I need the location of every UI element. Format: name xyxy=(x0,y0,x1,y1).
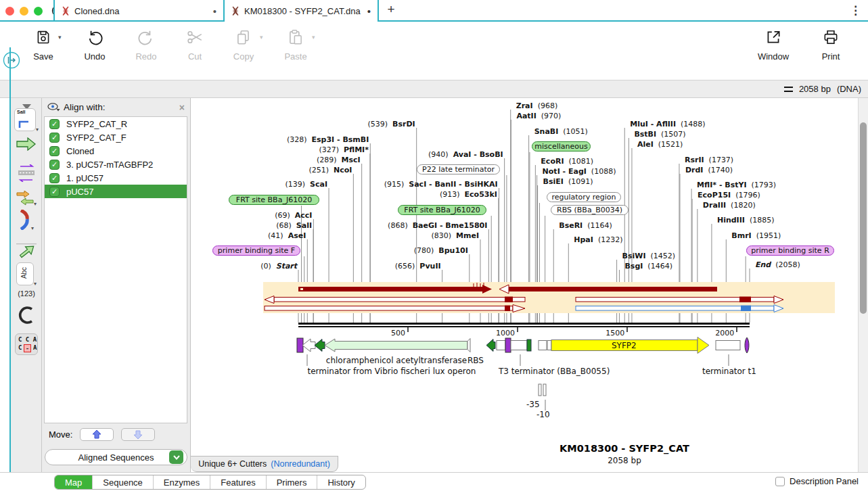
enzyme-label[interactable]: (69) AccI xyxy=(275,211,312,220)
feature-box[interactable] xyxy=(497,341,505,350)
view-tab-enzymes[interactable]: Enzymes xyxy=(154,475,210,489)
save-menu-caret[interactable]: ▾ xyxy=(58,34,62,41)
aligned-sequence-row[interactable]: ✓SYFP2_CAT_R xyxy=(45,117,187,131)
feature-label-cat[interactable]: chloramphenicol acetyltransferase xyxy=(326,356,467,365)
print-button[interactable]: Print xyxy=(805,28,856,62)
close-icon[interactable]: × xyxy=(179,102,185,113)
checkbox-checked[interactable]: ✓ xyxy=(49,133,60,143)
aligned-sequences-dropdown-caret[interactable] xyxy=(169,450,183,464)
enzyme-label[interactable]: (68) SalI xyxy=(276,221,312,230)
redo-button[interactable]: Redo xyxy=(120,28,172,62)
enzyme-label[interactable]: NotI - EagI (1088) xyxy=(543,167,616,176)
translation-tool-button[interactable]: ▾ xyxy=(11,210,42,233)
feature-badge[interactable]: miscellaneous xyxy=(532,141,591,151)
feature-terminator-arrow[interactable] xyxy=(315,340,325,352)
copy-button[interactable]: ▾ Copy xyxy=(218,28,269,62)
enzyme-label[interactable]: (327) PflMI* xyxy=(319,145,369,154)
enzyme-set-tab[interactable]: Unique 6+ Cutters (Nonredundant) xyxy=(191,456,338,472)
enzyme-label[interactable]: ZraI (968) xyxy=(516,101,558,110)
features-tool-button[interactable] xyxy=(11,137,42,154)
checkbox-checked[interactable]: ✓ xyxy=(49,173,60,183)
close-window-button[interactable] xyxy=(5,7,14,16)
save-button[interactable]: ▾ Save xyxy=(18,28,69,62)
feature-purple-box[interactable] xyxy=(505,338,511,352)
feature-cat-cds-arrow[interactable] xyxy=(325,339,467,352)
move-down-button[interactable] xyxy=(121,428,155,441)
enzyme-label[interactable]: BsgI (1464) xyxy=(624,262,672,271)
aligned-sequence-row[interactable]: ✓Cloned xyxy=(45,144,187,158)
promoter-minus35-bar[interactable] xyxy=(539,384,541,396)
view-tab-map[interactable]: Map xyxy=(55,475,93,489)
enzyme-label[interactable]: RsrII (1737) xyxy=(685,156,733,164)
window-button[interactable]: Window xyxy=(748,28,799,62)
enzyme-label[interactable]: (830) MmeI xyxy=(431,231,479,240)
enzyme-label[interactable]: (328) Esp3I - BsmBI xyxy=(287,135,369,144)
enzyme-label[interactable]: DrdI (1740) xyxy=(685,166,733,174)
enzyme-label[interactable]: EcoRI (1081) xyxy=(541,157,593,166)
checkbox-checked[interactable]: ✓ xyxy=(49,119,60,129)
checkbox-checked[interactable]: ✓ xyxy=(49,187,60,197)
aligned-sequence-row[interactable]: ✓SYFP2_CAT_F xyxy=(45,131,187,144)
feature-box[interactable] xyxy=(511,341,527,350)
enzyme-label[interactable]: BsiWI (1452) xyxy=(622,252,676,260)
enzyme-label[interactable]: (539) BsrDI xyxy=(368,120,415,128)
enzyme-label[interactable]: BsiEI (1091) xyxy=(543,177,593,186)
enzyme-label[interactable]: SnaBI (1051) xyxy=(534,127,588,136)
enzymes-tool-button[interactable]: SalI ▾ xyxy=(11,108,42,134)
alignment-gaps-tool-button[interactable]: C C A C - A xyxy=(11,333,42,358)
cut-button[interactable]: Cut xyxy=(169,28,221,62)
enzyme-label[interactable]: EcoP15I (1796) xyxy=(698,191,760,200)
enzyme-label[interactable]: (913) Eco53kI xyxy=(440,190,497,199)
feature-green-cap[interactable] xyxy=(527,340,531,351)
tab-overflow-menu-icon[interactable]: ⋮ xyxy=(850,3,861,18)
view-tab-primers[interactable]: Primers xyxy=(267,475,318,489)
move-up-button[interactable] xyxy=(80,428,114,441)
enzyme-label[interactable]: MflI* - BstYI (1793) xyxy=(697,181,776,189)
enzyme-label[interactable]: (289) MscI xyxy=(317,156,361,164)
enzyme-label[interactable]: (780) Bpu10I xyxy=(414,246,468,255)
edit-tool-button[interactable] xyxy=(11,240,42,263)
enzyme-label[interactable]: (139) ScaI xyxy=(285,180,328,189)
tab-cloned-dna[interactable]: Cloned.dna • xyxy=(55,0,223,22)
feature-primer-r[interactable] xyxy=(745,337,749,353)
new-tab-button[interactable]: + xyxy=(383,2,399,17)
view-tab-sequence[interactable]: Sequence xyxy=(93,475,154,489)
map-marker-label[interactable]: End (2058) xyxy=(755,260,800,269)
feature-box[interactable] xyxy=(547,341,551,350)
feature-badge[interactable]: regulatory region xyxy=(547,192,621,202)
enzyme-label[interactable]: BstBI (1507) xyxy=(634,130,685,139)
sequence-map-view[interactable]: (539) BsrDI(328) Esp3I - BsmBI(327) PflM… xyxy=(190,98,868,472)
enzyme-label[interactable]: DraIII (1820) xyxy=(703,201,756,210)
feature-badge[interactable]: FRT site BBa_J61020 xyxy=(398,205,486,215)
enzyme-label[interactable]: BseRI (1164) xyxy=(559,221,612,230)
feature-label-syfp2[interactable]: SYFP2 xyxy=(612,341,637,350)
feature-label-terminator-t1[interactable]: terminator t1 xyxy=(702,367,756,376)
enzyme-label[interactable]: AatII (970) xyxy=(516,112,561,120)
numbering-tool-button[interactable]: (123) xyxy=(11,289,42,298)
enzyme-label[interactable]: (41) AseI xyxy=(268,231,306,240)
description-panel-toggle[interactable]: Description Panel xyxy=(775,476,859,486)
enzyme-label[interactable]: (868) BaeGI - Bme1580I xyxy=(388,221,487,230)
tab-km018300-active[interactable]: KM018300 - SYFP2_CAT.dna • xyxy=(225,0,378,22)
enzyme-label[interactable]: HpaI (1232) xyxy=(574,235,622,244)
circular-linear-toggle[interactable] xyxy=(11,304,42,329)
undo-button[interactable]: Undo xyxy=(69,28,120,62)
view-tab-features[interactable]: Features xyxy=(210,475,266,489)
feature-terminator-t1-box[interactable] xyxy=(716,341,740,350)
aligned-read-2[interactable] xyxy=(509,287,717,291)
enzyme-label[interactable]: HindIII (1885) xyxy=(717,216,775,225)
enzyme-label[interactable]: AleI (1521) xyxy=(637,140,683,149)
enzyme-label[interactable]: (656) PvuII xyxy=(395,262,441,271)
vertical-scrollbar[interactable] xyxy=(858,98,868,472)
aligned-read-5[interactable] xyxy=(265,306,513,311)
feature-label-t3-terminator[interactable]: T3 terminator (BBa_B0055) xyxy=(499,367,610,376)
description-panel-checkbox[interactable] xyxy=(775,477,785,486)
copy-menu-caret[interactable]: ▾ xyxy=(260,34,263,41)
view-tab-history[interactable]: History xyxy=(317,475,365,489)
minimize-window-button[interactable] xyxy=(20,7,28,16)
scrollbar-thumb[interactable] xyxy=(860,122,867,314)
feature-badge[interactable]: primer binding site F xyxy=(212,246,300,256)
feature-badge[interactable]: FRT site BBa_J61020 xyxy=(229,195,319,205)
eye-icon[interactable] xyxy=(47,103,60,112)
checkbox-checked[interactable]: ✓ xyxy=(49,160,60,170)
